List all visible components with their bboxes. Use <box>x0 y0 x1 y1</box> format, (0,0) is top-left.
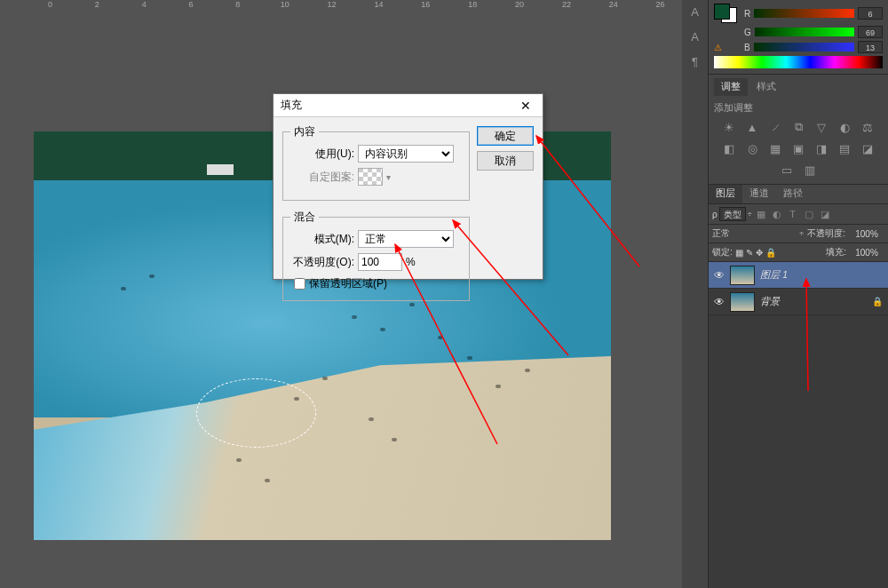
filter-smart-icon[interactable]: ◪ <box>818 208 832 220</box>
blend-mode-select[interactable]: 正常 <box>712 227 796 240</box>
layer-row[interactable]: 👁 图层 1 <box>709 262 888 289</box>
red-slider[interactable] <box>754 9 854 18</box>
filter-shape-icon[interactable]: ▢ <box>802 208 816 220</box>
mode-select[interactable]: 正常 <box>358 230 454 248</box>
tab-layers[interactable]: 图层 <box>709 185 742 203</box>
layers-panel: 图层 通道 路径 ρ 类型 ÷ ▦ ◐ T ▢ ◪ 正常 ÷ 不透明度: 100… <box>709 185 888 588</box>
marquee-selection <box>196 378 316 448</box>
hue-icon[interactable]: ◐ <box>836 120 852 134</box>
horizontal-ruler: 0 2 4 6 8 10 12 14 16 18 20 22 24 26 <box>0 0 684 14</box>
levels-icon[interactable]: ▲ <box>744 120 760 134</box>
content-legend: 内容 <box>290 124 319 139</box>
glyph-icon[interactable]: ¶ <box>687 53 703 69</box>
preserve-checkbox[interactable] <box>294 278 305 290</box>
visibility-icon[interactable]: 👁 <box>709 296 730 308</box>
bw-icon[interactable]: ◧ <box>721 141 737 155</box>
red-value[interactable]: 6 <box>858 7 883 20</box>
lock-brush-icon[interactable]: ✎ <box>746 248 753 258</box>
lock-pixels-icon[interactable]: ▦ <box>735 248 743 258</box>
style-icon[interactable]: A <box>687 28 703 44</box>
invert-icon[interactable]: ◨ <box>813 141 829 155</box>
filter-pixel-icon[interactable]: ▦ <box>754 208 768 220</box>
use-label: 使用(U): <box>290 147 354 162</box>
content-fieldset: 内容 使用(U): 内容识别 自定图案: ▾ <box>282 124 470 201</box>
selective-icon[interactable]: ▥ <box>802 163 818 177</box>
green-slider[interactable] <box>755 28 854 36</box>
ok-button[interactable]: 确定 <box>477 126 534 146</box>
lock-move-icon[interactable]: ✥ <box>756 248 763 258</box>
panels-dock: A A ¶ R 6 G 69 ⚠ B <box>682 0 888 588</box>
use-select[interactable]: 内容识别 <box>358 145 454 163</box>
opacity-label: 不透明度: <box>807 227 845 240</box>
text-icon[interactable]: A <box>687 4 703 20</box>
blend-legend: 混合 <box>290 210 319 225</box>
opacity-input[interactable] <box>358 253 402 271</box>
color-swatches[interactable] <box>714 4 737 23</box>
filter-kind-select[interactable]: 类型 <box>719 207 746 221</box>
threshold-icon[interactable]: ◪ <box>860 141 876 155</box>
adjustments-label: 添加调整 <box>714 101 883 115</box>
layer-name[interactable]: 图层 1 <box>760 268 788 282</box>
layer-opacity-value[interactable]: 100% <box>849 229 884 239</box>
dialog-title: 填充 <box>281 98 302 113</box>
tab-paths[interactable]: 路径 <box>776 185 810 203</box>
opacity-label: 不透明度(O): <box>290 255 354 270</box>
tab-adjustments[interactable]: 调整 <box>714 78 748 96</box>
layer-name[interactable]: 背景 <box>760 295 780 308</box>
blend-fieldset: 混合 模式(M): 正常 不透明度(O): % 保留透明区域(P) <box>282 210 470 301</box>
lookup-icon[interactable]: ▣ <box>790 141 806 155</box>
layer-thumbnail[interactable] <box>730 292 755 312</box>
mixer-icon[interactable]: ▦ <box>767 141 783 155</box>
map-icon[interactable]: ▭ <box>779 163 795 177</box>
balance-icon[interactable]: ⚖ <box>860 120 876 134</box>
mode-label: 模式(M): <box>290 232 354 247</box>
layer-list: 👁 图层 1 👁 背景 🔒 <box>709 262 888 588</box>
layer-row[interactable]: 👁 背景 🔒 <box>709 289 888 315</box>
tab-styles[interactable]: 样式 <box>749 78 783 96</box>
pattern-swatch <box>358 168 383 186</box>
layer-fill-value[interactable]: 100% <box>849 248 884 258</box>
curves-icon[interactable]: ⟋ <box>767 120 783 134</box>
preserve-label: 保留透明区域(P) <box>309 276 387 291</box>
photo-filter-icon[interactable]: ◎ <box>744 141 760 155</box>
tab-channels[interactable]: 通道 <box>742 185 776 203</box>
adjustments-panel: 调整 样式 添加调整 ☀ ▲ ⟋ ⧉ ▽ ◐ ⚖ ◧ ◎ ▦ ▣ ◨ ▤ ◪ ▭… <box>709 75 888 185</box>
layer-thumbnail[interactable] <box>730 266 755 285</box>
close-icon[interactable]: ✕ <box>516 97 535 115</box>
posterize-icon[interactable]: ▤ <box>836 141 852 155</box>
cancel-button[interactable]: 取消 <box>477 151 534 171</box>
fill-label: 填充: <box>826 246 846 258</box>
green-value[interactable]: 69 <box>858 26 883 38</box>
pattern-label: 自定图案: <box>290 170 354 185</box>
blue-slider[interactable] <box>754 43 854 52</box>
exposure-icon[interactable]: ⧉ <box>790 120 806 134</box>
lock-icon: 🔒 <box>872 297 883 306</box>
filter-adjust-icon[interactable]: ◐ <box>770 208 784 220</box>
vibrance-icon[interactable]: ▽ <box>813 120 829 134</box>
color-panel: R 6 G 69 ⚠ B 13 <box>709 0 888 75</box>
visibility-icon[interactable]: 👁 <box>709 269 730 282</box>
filter-type-icon[interactable]: T <box>786 208 800 220</box>
lock-all-icon[interactable]: 🔒 <box>765 248 776 258</box>
brightness-icon[interactable]: ☀ <box>721 120 737 134</box>
fill-dialog: 填充 ✕ 内容 使用(U): 内容识别 自定图案: ▾ 混合 <box>273 93 543 280</box>
lock-label: 锁定: <box>712 246 733 258</box>
opacity-unit: % <box>406 256 416 268</box>
blue-value[interactable]: 13 <box>858 41 883 53</box>
color-spectrum[interactable] <box>714 56 883 68</box>
